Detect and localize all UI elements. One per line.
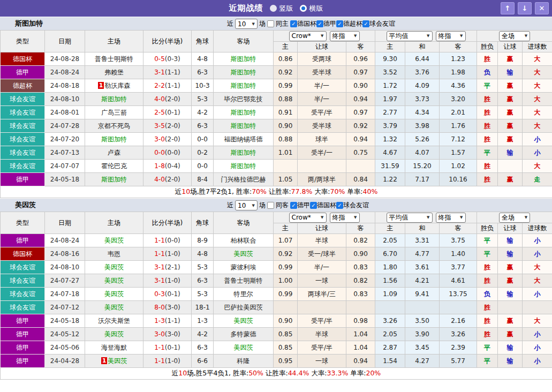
result-outcome: 负 [477,66,498,79]
scroll-down-button[interactable]: ↓ [518,2,532,14]
match-date: 24-04-28 [45,355,85,368]
match-date: 24-07-13 [45,146,85,160]
home-team: 美因茨 [85,288,143,301]
home-team: 斯图加特 [85,173,143,186]
home-team: 美因茨 [85,301,143,314]
league-filter: ✓德甲 [290,201,310,210]
league-filter-checkbox[interactable]: ✓ [316,20,323,27]
home-team: 京都不死鸟 [85,119,143,133]
radio-horizontal-layout[interactable]: 横版 [300,4,323,13]
bookmaker-select[interactable]: Crow*▼ [289,31,327,41]
average-select[interactable]: 平均值▼ [387,31,433,41]
avg-draw: 3.45 [405,341,440,355]
same-venue-checkbox[interactable] [267,202,274,209]
radio-vertical-layout[interactable]: 竖版 [270,4,293,13]
league-filter-checkbox[interactable]: ✓ [336,20,343,27]
away-team: 毕尔巴鄂竞技 [214,93,274,106]
fulltime-select[interactable]: 全场▼ [499,31,530,41]
odds-home: 0.88 [274,93,298,106]
avg-home: 2.05 [375,234,405,247]
bookmaker-select[interactable]: Crow*▼ [289,213,327,223]
league-filter-label: 德超杯 [343,19,362,28]
chevron-down-icon: ▼ [525,215,527,220]
recent-count-select[interactable]: 10 ▼ [235,200,258,210]
match-row: 球会友谊24-08-01广岛三箭2-5(0-1)4-2斯图加特0.91受平/半0… [1,106,552,119]
radio-vertical-label: 竖版 [279,4,293,13]
league-badge: 德甲 [1,66,45,79]
chevron-down-icon: ▼ [321,215,323,220]
home-team: 霍伦巴克 [85,160,143,173]
league-filter-checkbox[interactable]: ✓ [290,20,297,27]
filter-controls: 近 10 ▼ 场 同主 ✓德国杯✓德甲✓德超杯✓球会友谊 [227,17,395,31]
match-date: 24-08-01 [45,106,85,119]
result-outcome: 胜 [477,301,498,314]
score-cell: 1-1(0-1) [143,341,192,355]
result-handicap: 赢 [498,119,523,133]
league-filter-checkbox[interactable]: ✓ [336,202,343,209]
away-team: 美因茨 [214,314,274,328]
col-header-away: 客场 [214,212,274,234]
home-team: 斯图加特 [85,93,143,106]
match-row: 德甲24-05-12美因茨3-0(3-0)4-2多特蒙德0.85半球1.042.… [1,328,552,341]
recent-count-select[interactable]: 10 ▼ [235,19,258,29]
odds-away: 0.90 [346,79,375,93]
result-goals: 小 [523,341,552,355]
match-date: 24-07-07 [45,160,85,173]
away-team: 巴萨拉美因茨 [214,301,274,314]
league-filter-checkbox[interactable]: ✓ [362,20,369,27]
avg-away: 7.12 [440,133,477,146]
avg-away: 2.39 [440,341,477,355]
final-odds-select[interactable]: 终指▼ [330,213,360,223]
league-filter-label: 德国杯 [317,201,336,210]
match-row: 球会友谊24-07-28京都不死鸟3-5(2-0)6-3斯图加特0.90受半球0… [1,119,552,133]
average-dropdown-cell: 平均值▼ 终指▼ [375,212,477,223]
away-team: 多特蒙德 [214,328,274,341]
avg-home: 6.70 [375,247,405,261]
avg-home: 3.52 [375,66,405,79]
odds-home: 0.91 [274,106,298,119]
final-odds-select[interactable]: 终指▼ [330,31,360,41]
corner-score: 4-8 [192,247,214,261]
match-date: 24-08-24 [45,234,85,247]
result-goals: 小 [523,247,552,261]
result-handicap: 赢 [498,79,523,93]
subcol-avg-draw: 和 [405,42,440,52]
final-odds-select-2[interactable]: 终指▼ [436,31,466,41]
corner-score: 5-3 [192,288,214,301]
league-filter-checkbox[interactable]: ✓ [290,202,297,209]
result-handicap: 赢 [498,261,523,274]
odds-home: 0.95 [274,355,298,368]
match-date: 24-08-28 [45,52,85,66]
summary-row: 近10场,胜5平4负1, 胜率:50% 让胜率:44.4% 大率:33.3% 单… [1,368,552,380]
final-odds-select-2[interactable]: 终指▼ [436,213,466,223]
home-team: 弗赖堡 [85,66,143,79]
handicap-line: 受平/半 [298,314,346,328]
subcol-odds-home: 主 [274,223,298,234]
avg-draw: 5.26 [405,133,440,146]
result-goals: 小 [523,133,552,146]
subcol-goals-result: 进球数 [523,42,552,52]
scroll-up-button[interactable]: ↑ [501,2,515,14]
result-outcome: 胜 [477,52,498,66]
handicap-line: 受一/球半 [298,247,346,261]
summary-text: 近10场,胜7平2负1, 胜率:70% 让胜率:77.8% 大率:70% 单率:… [175,187,378,195]
subcol-handicap: 让球 [298,42,346,52]
result-outcome: 胜 [477,173,498,186]
odds-home: 1.05 [274,173,298,186]
avg-home: 1.09 [375,288,405,301]
result-handicap: 赢 [498,328,523,341]
avg-away: 3.75 [440,234,477,247]
match-row: 德超杯24-08-181勒沃库森2-2(1-1)10-3斯图加特0.99半/一0… [1,79,552,93]
league-filter-checkbox[interactable]: ✓ [310,202,317,209]
avg-away: 1.23 [440,52,477,66]
same-venue-checkbox[interactable] [267,20,274,27]
corner-score: 6-3 [192,341,214,355]
odds-dropdown-cell: Crow*▼ 终指▼ [274,31,375,42]
average-select[interactable]: 平均值▼ [387,213,433,223]
close-button[interactable]: ✕ [535,2,549,14]
col-header-away: 客场 [214,31,274,52]
fulltime-select[interactable]: 全场▼ [499,213,530,223]
avg-draw: 3.50 [405,314,440,328]
avg-away: 1.40 [440,247,477,261]
league-badge: 德国杯 [1,52,45,66]
